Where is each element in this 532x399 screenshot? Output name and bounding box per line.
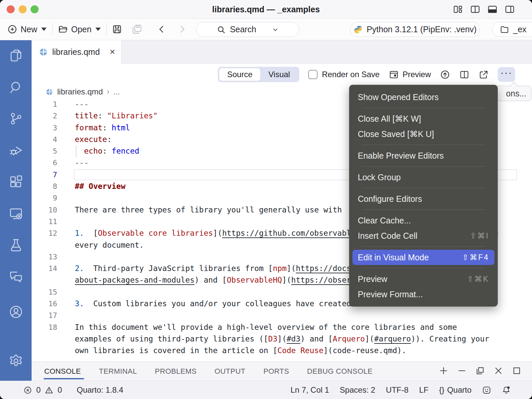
more-actions-button[interactable]: ··· [498, 67, 515, 82]
search-input[interactable]: Search [196, 22, 299, 37]
explorer-icon[interactable] [9, 48, 23, 63]
line-number [32, 274, 75, 286]
account-icon[interactable] [9, 305, 23, 319]
line-number: 1 [32, 98, 75, 110]
testing-icon[interactable] [9, 238, 23, 252]
save-button[interactable] [112, 24, 122, 35]
chat-icon[interactable] [9, 269, 23, 284]
breadcrumb-file[interactable]: libraries.qmd [57, 87, 103, 96]
menu-item-label: Preview Format... [358, 290, 423, 299]
line-number [32, 345, 75, 356]
maximize-panel-icon[interactable] [512, 366, 521, 377]
menu-separator [362, 108, 485, 108]
activity-bar [0, 40, 32, 381]
line-content[interactable]: In this document we'll provide a high-le… [75, 322, 532, 333]
indentation-status[interactable]: Spaces: 2 [340, 385, 375, 395]
source-mode-button[interactable]: Source [219, 68, 260, 81]
interpreter-selector[interactable]: Python 3.12.1 (PipEnv: .venv) [350, 22, 480, 37]
menu-item-close-all-k-w[interactable]: Close All [⌘K W] [349, 111, 498, 126]
split-editor-icon[interactable] [459, 69, 469, 80]
mode-toggle: Source Visual [218, 67, 299, 82]
quarto-file-icon [39, 48, 48, 57]
toggle-bottom-panel-icon[interactable] [487, 4, 497, 16]
remote-explorer-icon[interactable] [9, 206, 23, 221]
dropdown-caret-icon [95, 28, 101, 31]
feedback-smiley-icon[interactable] [482, 386, 491, 395]
code-row[interactable]: examples of using third-party libraries … [32, 333, 532, 345]
menu-item-preview[interactable]: Preview⇧⌘K [349, 271, 498, 287]
navigate-forward-button[interactable] [177, 24, 188, 35]
menu-item-configure-editors[interactable]: Configure Editors [349, 191, 498, 206]
render-on-save-checkbox[interactable] [308, 70, 318, 79]
extensions-icon[interactable] [9, 175, 23, 189]
new-console-icon[interactable] [439, 366, 448, 377]
workspace-selector[interactable]: _ex [492, 22, 532, 37]
open-in-new-window-icon[interactable] [478, 69, 489, 80]
close-panel-icon[interactable] [494, 366, 503, 377]
preview-label[interactable]: Preview [403, 70, 431, 79]
line-content[interactable]: examples of using third-party libraries … [75, 333, 532, 345]
open-button[interactable]: Open [58, 19, 101, 40]
encoding-status[interactable]: UTF-8 [386, 385, 409, 395]
folder-open-icon [58, 24, 68, 34]
menu-item-close-saved-k-u[interactable]: Close Saved [⌘K U] [349, 126, 498, 142]
code-row[interactable]: own libraries is covered in the article … [32, 345, 532, 356]
breadcrumb-more[interactable]: ... [113, 87, 120, 96]
tab-libraries-qmd[interactable]: libraries.qmd × [32, 40, 121, 64]
code-row[interactable]: 18In this document we'll provide a high-… [32, 322, 532, 333]
panel-tab-output[interactable]: OUTPUT [214, 362, 245, 381]
settings-gear-icon[interactable] [9, 353, 23, 368]
line-number: 9 [32, 192, 75, 204]
toggle-right-panel-icon[interactable] [505, 4, 515, 16]
editor-tab-strip: libraries.qmd × [32, 40, 532, 64]
line-number: 4 [32, 134, 75, 145]
menu-item-insert-code-cell[interactable]: Insert Code Cell⇧⌘I [349, 228, 498, 243]
title-bar: libraries.qmd — _examples [0, 0, 532, 19]
menu-item-show-opened-editors[interactable]: Show Opened Editors [349, 89, 498, 105]
search-icon[interactable] [9, 80, 23, 94]
render-on-save-toggle[interactable]: Render on Save [308, 70, 379, 79]
cursor-position-status[interactable]: Ln 7, Col 1 [291, 385, 329, 395]
folder-icon [500, 25, 509, 34]
search-icon [216, 25, 226, 34]
notifications-bell-icon[interactable] [502, 386, 511, 395]
minimize-panel-icon[interactable] [457, 366, 466, 377]
render-icon[interactable] [440, 69, 450, 80]
dropdown-caret-icon [41, 28, 47, 31]
source-control-icon[interactable] [9, 111, 23, 126]
new-button[interactable]: New [7, 19, 47, 40]
customize-layout-icon[interactable] [453, 4, 463, 16]
menu-item-preview-format[interactable]: Preview Format... [349, 287, 498, 302]
menu-item-edit-in-visual-mode[interactable]: Edit in Visual Mode⇧⌘F4 [352, 250, 494, 265]
close-tab-icon[interactable]: × [110, 47, 115, 57]
panel-tab-debug-console[interactable]: DEBUG CONSOLE [307, 362, 373, 381]
preview-icon[interactable] [389, 69, 399, 80]
line-content[interactable] [75, 310, 532, 321]
run-and-debug-icon[interactable] [9, 143, 23, 158]
visual-mode-button[interactable]: Visual [260, 68, 298, 81]
panel-tab-ports[interactable]: PORTS [263, 362, 289, 381]
navigate-back-button[interactable] [156, 24, 167, 35]
line-number: 13 [32, 251, 75, 263]
restore-panel-icon[interactable] [475, 366, 485, 377]
menu-item-clear-cache[interactable]: Clear Cache... [349, 213, 498, 228]
eol-status[interactable]: LF [419, 385, 429, 395]
python-logo-icon [353, 25, 363, 34]
quarto-version-status[interactable]: Quarto: 1.8.4 [77, 385, 123, 395]
menu-separator [362, 246, 485, 247]
menu-item-label: Close Saved [⌘K U] [358, 129, 434, 139]
toggle-left-panel-icon[interactable] [470, 4, 480, 16]
menu-item-label: Insert Code Cell [358, 231, 417, 241]
save-all-button[interactable] [132, 24, 142, 35]
problems-status[interactable]: 0 0 [23, 385, 62, 395]
breadcrumb-chevron-icon: › [107, 87, 109, 96]
panel-tab-console[interactable]: CONSOLE [44, 362, 81, 381]
panel-tab-terminal[interactable]: TERMINAL [99, 362, 137, 381]
menu-item-lock-group[interactable]: Lock Group [349, 170, 498, 185]
language-mode-status[interactable]: {} Quarto [439, 385, 471, 395]
line-content[interactable]: own libraries is covered in the article … [75, 345, 532, 356]
panel-tab-problems[interactable]: PROBLEMS [155, 362, 197, 381]
line-number: 18 [32, 322, 75, 333]
code-row[interactable]: 17 [32, 310, 532, 321]
menu-item-enable-preview-editors[interactable]: Enable Preview Editors [349, 148, 498, 163]
